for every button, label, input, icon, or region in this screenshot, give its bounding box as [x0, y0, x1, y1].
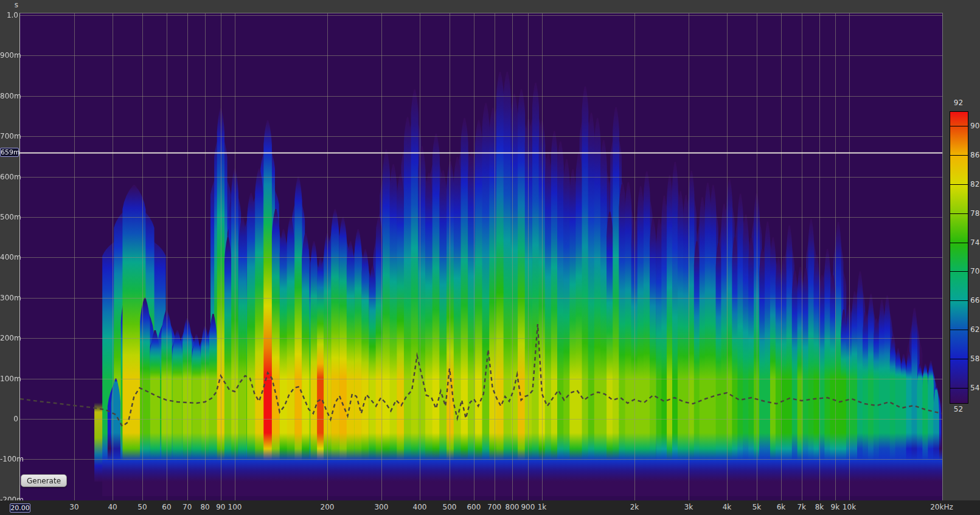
legend-boundary-label: 62	[970, 325, 979, 334]
time-tick-label: 100m	[0, 375, 18, 383]
legend-boundary-label: 86	[970, 151, 979, 159]
time-tick-label: 600m	[0, 173, 18, 181]
time-axis-unit: s	[0, 1, 18, 9]
legend-color-segment	[950, 156, 968, 185]
time-tick-label: 300m	[0, 294, 18, 302]
legend-min-label: 52	[947, 405, 970, 413]
legend-color-segment	[950, 243, 968, 272]
freq-tick-label: 10k	[831, 503, 867, 511]
time-tick-label: -100m	[0, 455, 18, 463]
legend-color-segment	[950, 389, 968, 403]
legend-boundary-label: 74	[970, 238, 979, 247]
plot-area	[19, 13, 943, 501]
freq-tick-label: 100	[217, 503, 253, 511]
freq-tick-label: 20kHz	[923, 503, 960, 511]
legend-color-segment	[950, 301, 968, 330]
legend-color-segment	[950, 330, 968, 359]
time-tick-label: 500m	[0, 213, 18, 221]
freq-tick-label: 1k	[524, 503, 560, 511]
legend-color-segment	[950, 272, 968, 301]
spectrogram-panel: s 1.0900m800m700m600m500m400m300m200m100…	[0, 0, 980, 515]
legend-boundary-label: 54	[970, 384, 979, 392]
legend-max-label: 92	[947, 99, 970, 107]
legend-boundary-label: 70	[970, 267, 979, 275]
legend-color-segment	[950, 112, 968, 126]
time-tick-label: 900m	[0, 51, 18, 60]
time-tick-label: 400m	[0, 253, 18, 261]
time-tick-label: 1.0	[0, 11, 18, 19]
legend-boundary-label: 78	[970, 209, 979, 218]
legend-color-segment	[950, 185, 968, 214]
freq-tick-label: 2k	[616, 503, 653, 511]
time-tick-label: 700m	[0, 132, 18, 140]
freq-tick-label: 3k	[670, 503, 707, 511]
time-tick-label: 200m	[0, 334, 18, 342]
freq-tick-label: 30	[56, 503, 92, 511]
time-tick-label: 0	[0, 415, 18, 423]
time-cursor-readout[interactable]: 659m	[0, 148, 19, 157]
legend-boundary-label: 58	[970, 354, 979, 363]
spectrogram-canvas[interactable]	[20, 13, 942, 500]
legend-boundary-label: 82	[970, 180, 979, 188]
freq-tick-label: 300	[363, 503, 400, 511]
color-scale-legend	[950, 111, 968, 404]
time-tick-label: 800m	[0, 92, 18, 100]
freq-tick-label: 200	[309, 503, 346, 511]
legend-boundary-label: 66	[970, 296, 979, 305]
generate-button[interactable]: Generate	[21, 474, 67, 487]
legend-color-segment	[950, 359, 968, 389]
freq-cursor-readout[interactable]: 20.00	[10, 503, 30, 513]
legend-color-segment	[950, 126, 968, 156]
legend-boundary-label: 90	[970, 122, 979, 130]
legend-color-segment	[950, 214, 968, 243]
